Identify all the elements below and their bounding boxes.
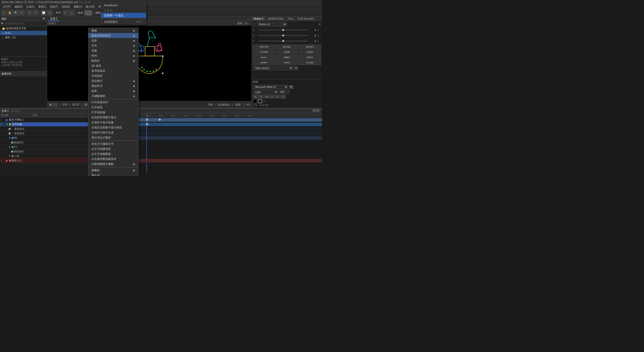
ctx-sep-1 <box>88 99 138 99</box>
ctx-layerstyle[interactable]: 图层样式 ▶ <box>88 83 138 88</box>
submenu-set-first-vert-label: 设置第一个顶点 <box>104 14 123 17</box>
submenu-free-transform-label: 自由变换点 <box>104 20 118 24</box>
ctx-blendmode[interactable]: 混合模式 ▶ <box>88 78 138 83</box>
ctx-open-footage[interactable]: 打开画面像 <box>88 110 138 115</box>
ctx-camera[interactable]: 摄像机 ▶ <box>88 168 138 173</box>
submenu-free-transform-shortcut: Ctrl+T <box>136 20 143 23</box>
submenu-closed[interactable]: 已关闭 <box>101 8 146 13</box>
ctx-framemix-arrow: ▶ <box>133 59 135 62</box>
ctx-camera-arrow: ▶ <box>133 169 135 172</box>
ctx-mask-path-arrow: ▶ <box>133 34 135 37</box>
ctx-kf-assist-arrow: ▶ <box>133 95 135 97</box>
ctx-env[interactable]: 环境画层 <box>88 73 138 78</box>
ctx-data-kf-arrow: ▶ <box>133 163 135 165</box>
ctx-data-kf[interactable]: 从数据图建关键帧 ▶ <box>88 161 138 166</box>
ctx-time[interactable]: 时间 ▶ <box>88 53 138 58</box>
submenu-mask-path: RotoBezier 已关闭 设置第一个顶点 自由变换点 Ctrl+T <box>101 3 146 24</box>
ctx-open-layer[interactable]: 打开画层 <box>88 105 138 110</box>
ctx-quality[interactable]: 品质 ▶ <box>88 38 138 43</box>
ctx-show-project[interactable]: 在项目中显示画像 <box>88 120 138 125</box>
ctx-framemix-label: 帧混合 <box>91 59 100 63</box>
ctx-show-project-flow[interactable]: 在项目流程数中显示画层 <box>88 125 138 130</box>
ctx-open-fx-label: 打开效果控件 <box>91 100 108 104</box>
ctx-sep-3 <box>88 167 138 167</box>
ctx-quality-arrow: ▶ <box>133 39 135 42</box>
ctx-show-flowchart[interactable]: 在流程管理器中显示 <box>88 115 138 120</box>
ctx-camera-label: 摄像机 <box>91 168 100 172</box>
submenu-sep-1 <box>101 18 146 19</box>
ctx-create-mask[interactable]: 从文字创建蒙版 <box>88 151 138 156</box>
ctx-mask-label: 蒙版 <box>91 29 97 32</box>
ctx-switch-label: 开关 <box>91 44 97 48</box>
ctx-show-flowchart-label: 在流程管理器中显示 <box>91 116 116 119</box>
ctx-convert-text-label: 转化方行编辑文字 <box>91 142 114 146</box>
ctx-show-project-flow-label: 在项目流程数中显示画层 <box>91 126 122 129</box>
ctx-show-project-label: 在项目中显示画像 <box>91 121 114 124</box>
ctx-guide[interactable]: 参考线画层 <box>88 68 138 73</box>
ctx-kf-assist-label: 关键帧辅助 <box>91 94 105 98</box>
ctx-open-fx[interactable]: 打开效果控件 <box>88 100 138 105</box>
ctx-3d-label: 3D 画层 <box>91 64 101 68</box>
ctx-convert-text[interactable]: 转化方行编辑文字 <box>88 141 138 146</box>
ctx-show-comp[interactable]: 在项目中显示合成 <box>88 130 138 135</box>
ctx-blendmode-label: 混合模式 <box>91 79 103 83</box>
ctx-layerstyle-label: 图层样式 <box>91 84 103 88</box>
submenu-rotobezier[interactable]: RotoBezier <box>101 3 146 8</box>
ctx-3d[interactable]: 3D 画层 <box>88 63 138 68</box>
submenu-rotobezier-label: RotoBezier <box>104 4 118 7</box>
ctx-env-label: 环境画层 <box>91 74 103 78</box>
ctx-mask-path[interactable]: 蒙版和形状路径 ▶ <box>88 33 138 38</box>
ctx-sep-2 <box>88 140 138 141</box>
ctx-guide-label: 参考线画层 <box>91 69 105 73</box>
ctx-create-shape2-label: 从生最简图创建形状 <box>91 157 116 161</box>
ctx-show-expr-label: 显示流达式像层 <box>91 136 111 139</box>
ctx-show-comp-label: 在项目中显示合成 <box>91 131 114 134</box>
ctx-create-mask-label: 从文字创建蒙版 <box>91 152 111 156</box>
ctx-time-arrow: ▶ <box>133 54 135 57</box>
ctx-show-expr[interactable]: 显示流达式像层 <box>88 135 138 140</box>
ctx-blendmode-arrow: ▶ <box>133 80 135 82</box>
ctx-effect[interactable]: 效果 ▶ <box>88 88 138 93</box>
ctx-effect-arrow: ▶ <box>133 90 135 92</box>
ctx-switch-arrow: ▶ <box>133 44 135 47</box>
submenu-closed-label: 已关闭 <box>104 9 112 12</box>
ctx-create-shape2[interactable]: 从生最简图创建形状 <box>88 156 138 161</box>
ctx-transform-label: 变换 <box>91 49 97 53</box>
ctx-precomp-label: 预合成... <box>91 173 102 176</box>
ctx-create-shape-label: 从文字创建形状 <box>91 147 111 151</box>
ctx-kf-assist[interactable]: 关键帧辅助 ▶ <box>88 93 138 98</box>
ctx-time-label: 时间 <box>91 54 97 58</box>
ctx-effect-label: 效果 <box>91 89 97 93</box>
ctx-mask[interactable]: 蒙版 ▶ <box>88 28 138 33</box>
context-menu: 蒙版 ▶ 蒙版和形状路径 ▶ 品质 ▶ 开关 ▶ 变换 ▶ 时间 ▶ 帧混合 ▶… <box>88 28 139 176</box>
ctx-layerstyle-arrow: ▶ <box>133 85 135 87</box>
ctx-transform[interactable]: 变换 ▶ <box>88 48 138 53</box>
submenu-set-first-vert[interactable]: 设置第一个顶点 <box>101 13 146 18</box>
context-menu-overlay[interactable]: 蒙版 ▶ 蒙版和形状路径 ▶ 品质 ▶ 开关 ▶ 变换 ▶ 时间 ▶ 帧混合 ▶… <box>0 0 322 176</box>
ctx-create-shape[interactable]: 从文字创建形状 <box>88 146 138 151</box>
ctx-precomp[interactable]: 预合成... <box>88 173 138 176</box>
ctx-mask-arrow: ▶ <box>133 29 135 32</box>
ctx-mask-path-label: 蒙版和形状路径 <box>91 34 111 38</box>
ctx-transform-arrow: ▶ <box>133 49 135 52</box>
ctx-open-layer-label: 打开画层 <box>91 105 103 109</box>
ctx-data-kf-label: 从数据图建关键帧 <box>91 162 114 166</box>
submenu-free-transform[interactable]: 自由变换点 Ctrl+T <box>101 19 146 24</box>
ctx-switch[interactable]: 开关 ▶ <box>88 43 138 48</box>
ctx-quality-label: 品质 <box>91 39 97 43</box>
ctx-framemix[interactable]: 帧混合 ▶ <box>88 58 138 63</box>
ctx-open-footage-label: 打开画面像 <box>91 111 105 114</box>
